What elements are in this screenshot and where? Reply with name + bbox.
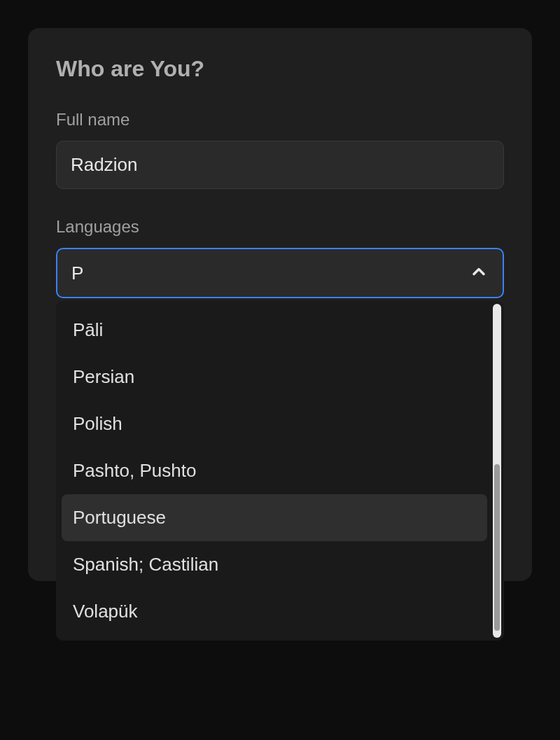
language-option[interactable]: Polish	[56, 400, 493, 447]
fullname-field-group: Full name	[56, 110, 504, 189]
languages-dropdown: Pāli Persian Polish Pashto, Pushto Portu…	[56, 301, 504, 641]
languages-label: Languages	[56, 217, 504, 237]
fullname-input[interactable]	[56, 141, 504, 189]
profile-card: Who are You? Full name Languages Pāli Pe…	[28, 28, 532, 581]
dropdown-scrollbar[interactable]	[493, 304, 501, 638]
language-option[interactable]: Volapük	[56, 588, 493, 635]
language-option[interactable]: Pashto, Pushto	[56, 447, 493, 494]
languages-field-group: Languages Pāli Persian Polish Pashto, Pu…	[56, 217, 504, 298]
fullname-label: Full name	[56, 110, 504, 130]
language-option[interactable]: Pāli	[56, 307, 493, 354]
language-option[interactable]: Persian	[56, 354, 493, 400]
languages-input-row[interactable]	[56, 248, 504, 298]
languages-combobox: Pāli Persian Polish Pashto, Pushto Portu…	[56, 248, 504, 298]
languages-dropdown-list: Pāli Persian Polish Pashto, Pushto Portu…	[56, 301, 493, 641]
language-option[interactable]: Spanish; Castilian	[56, 541, 493, 588]
languages-search-input[interactable]	[71, 263, 469, 284]
card-title: Who are You?	[56, 56, 504, 82]
chevron-up-icon[interactable]	[469, 262, 489, 284]
dropdown-scrollbar-thumb[interactable]	[494, 464, 500, 631]
language-option[interactable]: Portuguese	[62, 494, 487, 541]
